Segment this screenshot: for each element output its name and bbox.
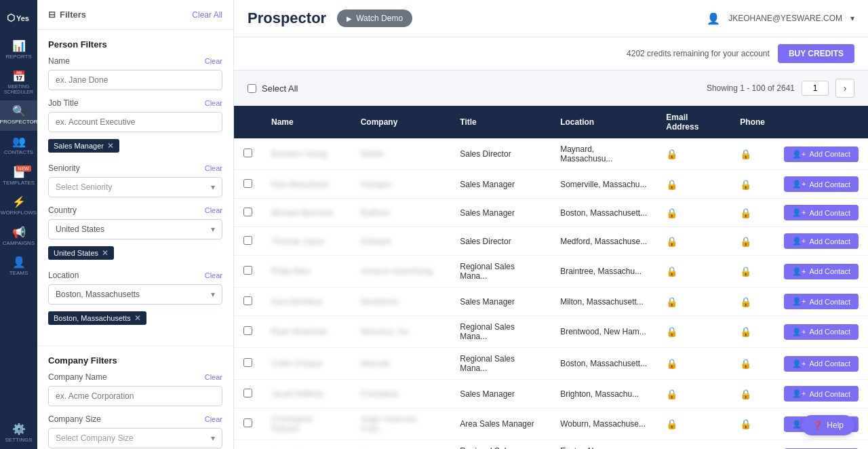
email-lock-icon: 🔒 xyxy=(666,296,677,307)
row-checkbox[interactable] xyxy=(243,418,252,427)
add-contact-button[interactable]: 👤+ Add Contact xyxy=(784,205,859,220)
job-title-input[interactable] xyxy=(48,112,222,132)
filters-sidebar: ⊟ Filters Clear All Person Filters Name … xyxy=(37,0,234,449)
remove-job-title-tag[interactable]: ✕ xyxy=(107,141,114,151)
name-clear-button[interactable]: Clear xyxy=(205,57,222,65)
row-checkbox[interactable] xyxy=(243,179,252,188)
add-contact-button[interactable]: 👤+ Add Contact xyxy=(784,294,859,309)
phone-lock-icon: 🔒 xyxy=(740,389,751,399)
email-lock-icon: 🔒 xyxy=(666,266,677,277)
row-checkbox-cell[interactable] xyxy=(234,227,262,256)
cell-action[interactable]: 👤+ Add Contact xyxy=(774,316,868,348)
row-checkbox[interactable] xyxy=(243,236,252,245)
remove-location-tag[interactable]: ✕ xyxy=(134,313,141,323)
filters-title-group: ⊟ Filters xyxy=(48,9,86,20)
name-input[interactable] xyxy=(48,70,222,90)
logo[interactable]: ⬡ Yes xyxy=(0,5,37,35)
location-dropdown[interactable]: Boston, Massachusetts xyxy=(48,284,222,305)
row-checkbox[interactable] xyxy=(243,149,252,157)
column-name[interactable]: Name xyxy=(262,106,351,138)
column-location[interactable]: Location xyxy=(551,106,656,138)
cell-action[interactable]: 👤+ Add Contact xyxy=(774,170,868,199)
cell-action[interactable]: 👤+ Add Contact xyxy=(774,288,868,316)
add-contact-button[interactable]: 👤+ Add Contact xyxy=(784,264,859,279)
sidebar-item-settings[interactable]: ⚙️ SETTINGS xyxy=(0,418,37,449)
cell-action[interactable]: 👤+ Add Contact xyxy=(774,138,868,170)
column-email[interactable]: Email Address xyxy=(656,106,730,138)
row-checkbox-cell[interactable] xyxy=(234,138,262,170)
cell-action[interactable]: 👤+ Add Contact xyxy=(774,256,868,288)
cell-company: Hubspot xyxy=(351,170,451,199)
row-checkbox-cell[interactable] xyxy=(234,170,262,199)
sidebar-item-teams[interactable]: 👤 TEAMS xyxy=(0,252,37,282)
cell-title: Sales Director xyxy=(450,138,551,170)
row-checkbox-cell[interactable] xyxy=(234,440,262,450)
phone-lock-icon: 🔒 xyxy=(740,266,751,277)
select-all-checkbox[interactable] xyxy=(248,84,256,93)
company-size-clear-button[interactable]: Clear xyxy=(205,415,222,423)
row-checkbox[interactable] xyxy=(243,389,252,397)
seniority-clear-button[interactable]: Clear xyxy=(205,164,222,172)
add-contact-button[interactable]: 👤+ Add Contact xyxy=(784,386,859,402)
cell-action[interactable]: 👤+ Add Contact xyxy=(774,199,868,227)
row-checkbox[interactable] xyxy=(243,326,252,335)
cell-action[interactable]: 👤+ Add Contact xyxy=(774,380,868,408)
row-checkbox-cell[interactable] xyxy=(234,256,262,288)
company-name-filter-group: Company Name Clear xyxy=(48,372,222,406)
row-checkbox-cell[interactable] xyxy=(234,408,262,440)
add-contact-button[interactable]: 👤+ Add Contact xyxy=(784,324,859,340)
company-size-dropdown[interactable]: Select Company Size xyxy=(48,428,222,448)
next-page-button[interactable]: › xyxy=(835,79,854,98)
cell-company: Amazon Advertising xyxy=(351,256,451,288)
sidebar-item-reports[interactable]: 📊 REPORTS xyxy=(0,35,37,66)
row-checkbox[interactable] xyxy=(243,358,252,367)
prospector-icon: 🔍 xyxy=(12,106,26,117)
row-checkbox[interactable] xyxy=(243,266,252,275)
row-checkbox[interactable] xyxy=(243,296,252,305)
page-number-input[interactable] xyxy=(802,81,829,96)
location-clear-button[interactable]: Clear xyxy=(205,271,222,279)
filter-icon: ⊟ xyxy=(48,9,56,20)
help-button[interactable]: ❓ Help xyxy=(802,415,854,435)
row-checkbox-cell[interactable] xyxy=(234,288,262,316)
column-phone[interactable]: Phone xyxy=(730,106,774,138)
add-contact-button[interactable]: 👤+ Add Contact xyxy=(784,233,859,249)
row-checkbox-cell[interactable] xyxy=(234,199,262,227)
company-filters-title: Company Filters xyxy=(48,355,222,366)
clear-all-button[interactable]: Clear All xyxy=(192,10,222,20)
row-checkbox-cell[interactable] xyxy=(234,316,262,348)
select-all-label[interactable]: Select All xyxy=(248,83,298,94)
svg-text:⬡: ⬡ xyxy=(7,12,15,23)
sidebar-item-workflows[interactable]: ⚡ WORKFLOWS xyxy=(0,191,37,222)
cell-email: 🔒 xyxy=(656,380,730,408)
add-contact-button[interactable]: 👤+ Add Contact xyxy=(784,176,859,192)
cell-title: Area Sales Manager xyxy=(450,408,551,440)
remove-country-tag[interactable]: ✕ xyxy=(102,248,108,258)
column-title[interactable]: Title xyxy=(450,106,551,138)
email-lock-icon: 🔒 xyxy=(666,326,677,337)
sidebar-item-prospector[interactable]: 🔍 PROSPECTOR xyxy=(0,100,37,131)
sidebar-item-templates[interactable]: NEW 📄 TEMPLATES xyxy=(0,161,37,192)
row-checkbox[interactable] xyxy=(243,208,252,216)
sidebar-item-campaigns[interactable]: 📢 CAMPAIGNS xyxy=(0,222,37,252)
cell-action[interactable]: 👤+ Add Contact xyxy=(774,440,868,450)
row-checkbox-cell[interactable] xyxy=(234,348,262,380)
column-company[interactable]: Company xyxy=(351,106,451,138)
sidebar-item-meeting-scheduler[interactable]: 📅 MEETINGSCHEDULER xyxy=(0,66,37,101)
country-dropdown[interactable]: United States xyxy=(48,219,222,239)
row-checkbox-cell[interactable] xyxy=(234,380,262,408)
job-title-clear-button[interactable]: Clear xyxy=(205,99,222,107)
watch-demo-button[interactable]: ▶ Watch Demo xyxy=(337,9,412,27)
page-title: Prospector xyxy=(248,9,326,27)
seniority-dropdown[interactable]: Select Seniority xyxy=(48,177,222,197)
cell-action[interactable]: 👤+ Add Contact xyxy=(774,227,868,256)
add-contact-button[interactable]: 👤+ Add Contact xyxy=(784,147,859,162)
cell-action[interactable]: 👤+ Add Contact xyxy=(774,348,868,380)
company-name-input[interactable] xyxy=(48,386,222,406)
buy-credits-button[interactable]: BUY CREDITS xyxy=(778,44,854,63)
cell-title: Sales Manager xyxy=(450,288,551,316)
company-name-clear-button[interactable]: Clear xyxy=(205,373,222,381)
add-contact-button[interactable]: 👤+ Add Contact xyxy=(784,356,859,372)
country-clear-button[interactable]: Clear xyxy=(205,206,222,214)
sidebar-item-contacts[interactable]: 👥 CONTACTS xyxy=(0,131,37,161)
